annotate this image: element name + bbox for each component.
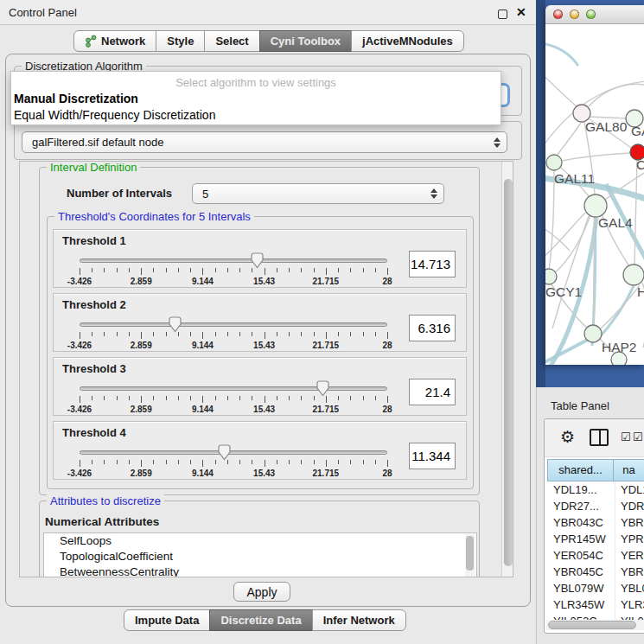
slider-tick (166, 460, 167, 464)
attribute-list-item[interactable]: SelfLoops (44, 533, 476, 549)
popup-option-equal-width-frequency[interactable]: Equal Width/Frequency Discretization (14, 108, 215, 122)
float-window-icon[interactable] (498, 10, 507, 19)
table-row[interactable]: YDL19...YDL1 (548, 481, 644, 498)
number-of-intervals-combobox[interactable]: 5 (192, 183, 444, 204)
tab-infer-network[interactable]: Infer Network (312, 609, 406, 631)
tab-jactivemnodules-label: jActiveMNodules (362, 35, 453, 48)
attribute-list-item[interactable]: TopologicalCoefficient (44, 549, 476, 564)
settings-vertical-scrollbar[interactable] (501, 162, 513, 577)
slider-thumb[interactable] (250, 252, 265, 269)
table-row[interactable]: YBR043CYBR0 (548, 514, 644, 531)
network-edge[interactable] (590, 117, 626, 118)
column-header-name[interactable]: na (613, 459, 644, 481)
mac-zoom-icon[interactable] (586, 10, 596, 19)
slider-tick (227, 396, 228, 400)
threshold-value-field[interactable]: 11.344 (409, 443, 456, 469)
slider-tick (239, 396, 240, 400)
scrollbar-thumb[interactable] (504, 179, 513, 566)
numerical-attributes-list[interactable]: SelfLoopsTopologicalCoefficientBetweenne… (43, 532, 477, 577)
slider-tick (104, 268, 105, 272)
table-row[interactable]: YBR045CYBR0 (548, 564, 644, 580)
threshold-value-field[interactable]: 14.713 (409, 251, 456, 277)
table-cell-shared-name: YER054C (548, 547, 615, 564)
threshold-label: Threshold 4 (62, 426, 126, 439)
network-edge[interactable] (601, 285, 640, 328)
mac-minimize-icon[interactable] (570, 10, 579, 19)
table-row[interactable]: YDR27...YDR2 (548, 498, 644, 514)
table-horizontal-scrollbar[interactable] (546, 620, 644, 630)
list-scrollbar-thumb[interactable] (466, 536, 474, 571)
network-canvas[interactable]: GAL80GACGAL11GAL4GCY1HHAP2 (545, 24, 644, 365)
network-node[interactable] (623, 265, 644, 285)
table-row[interactable]: YPR145WYPR1 (548, 531, 644, 547)
network-edge[interactable] (545, 76, 577, 106)
slider-tick (104, 460, 105, 464)
list-scrollbar[interactable] (465, 534, 475, 577)
slider-tick-label: 15.43 (253, 277, 275, 286)
table-cell-name: YPR1 (615, 531, 644, 547)
slider-track[interactable] (80, 450, 387, 455)
threshold-slider[interactable]: -3.4262.8599.14415.4321.71528 (80, 316, 387, 351)
slider-tick (387, 268, 388, 275)
popup-option-manual-discretization[interactable]: Manual Discretization (14, 92, 138, 105)
network-view-window[interactable]: GAL80GACGAL11GAL4GCY1HHAP2 (545, 5, 644, 365)
threshold-value-field[interactable]: 6.316 (409, 315, 456, 341)
slider-track[interactable] (80, 322, 387, 327)
tab-style[interactable]: Style (156, 30, 205, 52)
tab-cyni-toolbox[interactable]: Cyni Toolbox (259, 30, 352, 52)
slider-track[interactable] (80, 386, 387, 391)
slider-tick (239, 268, 240, 272)
threshold-value-field[interactable]: 21.4 (409, 379, 456, 405)
slider-thumb[interactable] (168, 316, 182, 333)
table-data-selected-value: galFiltered.sif default node (32, 136, 163, 149)
slider-tick (277, 268, 277, 272)
network-edge[interactable] (634, 160, 637, 265)
network-edge[interactable] (545, 43, 578, 66)
network-edge[interactable] (557, 123, 581, 156)
network-node[interactable] (546, 155, 562, 170)
slider-tick-label: 2.859 (131, 469, 152, 478)
slider-tick (227, 268, 228, 272)
table-row[interactable]: YBL079WYBL0 (548, 580, 644, 596)
slider-tick-label: 9.144 (192, 469, 214, 478)
network-node[interactable] (584, 194, 607, 217)
table-row[interactable]: YLR345WYLR3 (548, 596, 644, 613)
hscrollbar-thumb[interactable] (548, 621, 636, 629)
threshold-slider[interactable]: -3.4262.8599.14415.4321.71528 (80, 252, 387, 287)
apply-button[interactable]: Apply (233, 582, 290, 602)
gear-icon[interactable]: ⚙ (560, 428, 575, 447)
tab-discretize-data[interactable]: Discretize Data (209, 609, 312, 631)
attribute-list-item[interactable]: BetweennessCentrality (44, 564, 476, 577)
slider-thumb[interactable] (217, 444, 232, 461)
network-node[interactable] (584, 325, 602, 342)
mac-close-icon[interactable] (553, 10, 563, 19)
slider-tick (314, 332, 315, 336)
close-icon[interactable]: ✕ (516, 5, 526, 19)
network-node-label: GCY1 (545, 284, 582, 299)
network-node-label: GAL11 (554, 171, 595, 186)
table-panel-body: ⚙ ☑ ☑ shared... na YDL19...YDL1YDR27...Y… (544, 418, 644, 634)
tab-network[interactable]: Network (73, 30, 156, 52)
tab-select[interactable]: Select (204, 30, 259, 52)
split-columns-icon[interactable] (590, 429, 609, 446)
network-edge[interactable] (545, 339, 590, 364)
slider-thumb[interactable] (316, 380, 330, 397)
checkbox-icon[interactable]: ☑ (633, 430, 643, 443)
network-node[interactable] (545, 269, 557, 284)
tab-jactivemnodules[interactable]: jActiveMNodules (351, 30, 464, 52)
slider-tick (215, 460, 216, 464)
network-window-titlebar[interactable] (545, 5, 644, 24)
slider-tick (166, 332, 167, 336)
network-edge[interactable] (562, 153, 630, 161)
slider-tick (153, 332, 154, 336)
network-edge[interactable] (545, 226, 570, 251)
checkbox-icon[interactable]: ☑ (621, 430, 631, 443)
table-row[interactable]: YER054CYER0 (548, 547, 644, 564)
slider-track[interactable] (80, 258, 387, 263)
column-header-shared-name[interactable]: shared... (547, 459, 614, 481)
network-edge[interactable] (552, 216, 589, 328)
threshold-slider[interactable]: -3.4262.8599.14415.4321.71528 (80, 444, 387, 479)
tab-impute-data[interactable]: Impute Data (124, 609, 210, 631)
threshold-slider[interactable]: -3.4262.8599.14415.4321.71528 (80, 380, 387, 415)
table-data-combobox[interactable]: galFiltered.sif default node (22, 131, 507, 153)
